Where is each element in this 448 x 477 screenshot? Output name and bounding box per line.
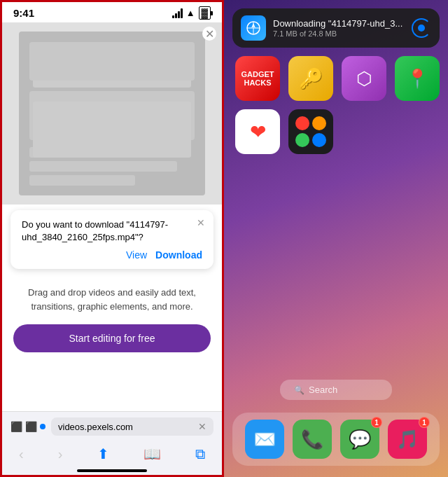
app-icon-social — [288, 109, 333, 154]
app-item-social[interactable] — [288, 109, 333, 154]
status-icons: ▲ ▓ — [172, 6, 211, 20]
right-phone: Downloading "4114797-uhd_3... 7.1 MB of … — [224, 0, 448, 477]
signal-icon — [172, 8, 183, 18]
app-icon-gadget: GADGETHACKS — [235, 56, 280, 101]
dock-item-messages[interactable]: 💬 1 — [340, 420, 379, 459]
tab-icon-2: ⬛ — [25, 421, 37, 432]
search-bar[interactable]: 🔍 Search — [280, 380, 392, 400]
tab-icons: ⬛ ⬛ — [10, 421, 46, 432]
download-button[interactable]: Download — [155, 249, 202, 261]
safari-icon — [241, 15, 266, 41]
app-icon-notchless: ⬡ — [342, 56, 386, 101]
social-dots — [291, 112, 330, 151]
tab-icon-1: ⬛ — [10, 421, 22, 432]
app-grid: GADGETHACKS 🔑 ⬡ 📍 — [235, 56, 437, 163]
close-browser-button[interactable]: ✕ — [202, 27, 216, 41]
home-indicator — [77, 469, 147, 472]
app-item-gadget[interactable]: GADGETHACKS — [235, 56, 280, 101]
dock: ✉️ 📞 💬 1 🎵 1 — [232, 413, 440, 466]
app-row-2: ❤ — [235, 109, 437, 154]
wifi-icon: ▲ — [186, 8, 195, 18]
address-close-button[interactable]: ✕ — [198, 421, 206, 432]
location-dot — [40, 424, 46, 429]
app-icon-health: ❤ — [235, 109, 280, 154]
address-bar-row: ⬛ ⬛ videos.pexels.com ✕ — [10, 417, 214, 436]
app-icon-findmy: 📍 — [395, 56, 440, 101]
app-item-health[interactable]: ❤ — [235, 109, 280, 154]
download-banner[interactable]: Downloading "4114797-uhd_3... 7.1 MB of … — [232, 8, 440, 48]
dock-item-phone[interactable]: 📞 — [293, 420, 332, 459]
back-button[interactable]: ‹ — [13, 443, 29, 465]
search-magnify-icon: 🔍 — [294, 385, 304, 395]
dialog-actions: View Download — [22, 249, 202, 261]
app-item-findmy[interactable]: 📍 — [395, 56, 440, 101]
dock-item-mail[interactable]: ✉️ — [245, 420, 284, 459]
battery-icon: ▓ — [199, 6, 211, 20]
status-time: 9:41 — [13, 7, 34, 19]
app-item-passwords[interactable]: 🔑 — [288, 56, 333, 101]
browser-content: ✕ — [2, 22, 222, 205]
app-item-notchless[interactable]: ⬡ — [342, 56, 386, 101]
dock-icon-phone: 📞 — [293, 420, 332, 459]
tabs-button[interactable]: ⧉ — [190, 443, 211, 465]
search-bar-text: Search — [309, 385, 337, 395]
app-row-1: GADGETHACKS 🔑 ⬡ 📍 — [235, 56, 437, 101]
dock-icon-mail: ✉️ — [245, 420, 284, 459]
address-bar[interactable]: videos.pexels.com ✕ — [51, 417, 214, 436]
nav-row: ‹ › ⬆ 📖 ⧉ — [10, 441, 214, 466]
dialog-text: Do you want to download "4114797-uhd_384… — [22, 219, 202, 244]
download-progress — [412, 18, 431, 38]
bookmarks-button[interactable]: 📖 — [138, 443, 167, 465]
dock-item-music[interactable]: 🎵 1 — [388, 420, 427, 459]
app-icon-passwords: 🔑 — [288, 56, 333, 101]
health-heart-icon: ❤ — [250, 120, 266, 144]
browser-toolbar: ⬛ ⬛ videos.pexels.com ✕ ‹ › ⬆ 📖 ⧉ — [2, 411, 222, 475]
status-bar-left: 9:41 ▲ ▓ — [2, 2, 222, 22]
music-badge: 1 — [419, 417, 430, 428]
view-button[interactable]: View — [126, 249, 147, 261]
download-dialog: Do you want to download "4114797-uhd_384… — [10, 210, 214, 269]
web-description: Drag and drop videos and easily add text… — [13, 286, 211, 313]
banner-title: Downloading "4114797-uhd_3... — [273, 18, 405, 29]
dialog-close-button[interactable]: ✕ — [197, 217, 205, 228]
banner-text: Downloading "4114797-uhd_3... 7.1 MB of … — [273, 18, 405, 38]
forward-button[interactable]: › — [52, 443, 69, 465]
content-placeholder — [19, 32, 206, 195]
start-editing-button[interactable]: Start editing for free — [13, 324, 211, 352]
address-text: videos.pexels.com — [58, 422, 195, 432]
banner-subtitle: 7.1 MB of 24.8 MB — [273, 29, 405, 38]
web-content: Drag and drop videos and easily add text… — [2, 275, 222, 364]
messages-badge: 1 — [371, 417, 382, 428]
download-progress-inner — [418, 25, 425, 32]
left-phone: 9:41 ▲ ▓ — [0, 0, 224, 477]
share-button[interactable]: ⬆ — [92, 443, 115, 465]
